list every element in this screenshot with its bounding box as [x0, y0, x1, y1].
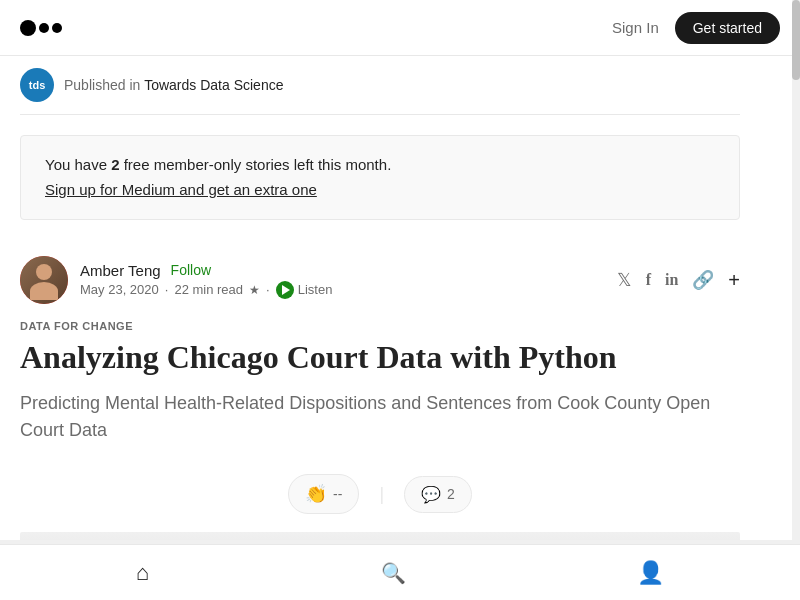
medium-logo[interactable] — [20, 20, 62, 36]
get-started-button[interactable]: Get started — [675, 12, 780, 44]
reactions-separator: | — [379, 484, 384, 505]
dot-separator-2: · — [266, 282, 270, 297]
nav-search[interactable]: 🔍 — [381, 561, 406, 585]
star-icon: ★ — [249, 283, 260, 297]
clap-icon: 👏 — [305, 483, 327, 505]
home-icon: ⌂ — [136, 560, 149, 586]
free-stories-banner: You have 2 free member-only stories left… — [20, 135, 740, 220]
play-circle — [276, 281, 294, 299]
author-avatar[interactable] — [20, 256, 68, 304]
author-avatar-image — [20, 256, 68, 304]
author-info-left: Amber Teng Follow May 23, 2020 · 22 min … — [20, 256, 332, 304]
play-triangle-icon — [282, 285, 290, 295]
listen-label: Listen — [298, 282, 333, 297]
share-icons-group: 𝕏 f in 🔗 + — [617, 269, 740, 292]
logo-area — [20, 20, 62, 36]
top-nav: Sign In Get started — [0, 0, 800, 56]
profile-icon: 👤 — [637, 560, 664, 586]
clap-count: -- — [333, 486, 342, 502]
comment-count: 2 — [447, 486, 455, 502]
bookmark-icon[interactable]: + — [728, 269, 740, 292]
author-meta: May 23, 2020 · 22 min read ★ · Listen — [80, 281, 332, 299]
author-name: Amber Teng — [80, 262, 161, 279]
banner-count: 2 — [111, 156, 119, 173]
dot-separator-1: · — [165, 282, 169, 297]
nav-home[interactable]: ⌂ — [136, 560, 149, 586]
listen-button[interactable]: Listen — [276, 281, 333, 299]
signin-link[interactable]: Sign In — [612, 19, 659, 36]
comment-icon: 💬 — [421, 485, 441, 504]
logo-dot-small-2 — [52, 23, 62, 33]
publication-bar: tds Published in Towards Data Science — [20, 56, 740, 115]
banner-text: You have 2 free member-only stories left… — [45, 156, 715, 173]
author-row: Amber Teng Follow May 23, 2020 · 22 min … — [20, 240, 740, 312]
signup-link[interactable]: Sign up for Medium and get an extra one — [45, 181, 317, 198]
publication-avatar: tds — [20, 68, 54, 102]
logo-dot-small — [39, 23, 49, 33]
search-icon: 🔍 — [381, 561, 406, 585]
publication-text: Published in Towards Data Science — [64, 77, 283, 93]
linkedin-share-icon[interactable]: in — [665, 271, 678, 289]
logo-dots — [20, 20, 62, 36]
twitter-share-icon[interactable]: 𝕏 — [617, 269, 632, 291]
publication-name-link[interactable]: Towards Data Science — [144, 77, 283, 93]
vertical-scrollbar[interactable] — [792, 0, 800, 600]
logo-dot-large — [20, 20, 36, 36]
nav-actions: Sign In Get started — [612, 12, 780, 44]
link-share-icon[interactable]: 🔗 — [692, 269, 714, 291]
author-name-row: Amber Teng Follow — [80, 262, 332, 279]
article-category: DATA FOR CHANGE — [20, 312, 740, 338]
read-time: 22 min read — [174, 282, 243, 297]
nav-profile[interactable]: 👤 — [637, 560, 664, 586]
bottom-nav: ⌂ 🔍 👤 — [0, 544, 800, 600]
author-details: Amber Teng Follow May 23, 2020 · 22 min … — [80, 262, 332, 299]
article-subtitle: Predicting Mental Health-Related Disposi… — [20, 390, 740, 444]
clap-group[interactable]: 👏 -- — [288, 474, 359, 514]
scrollbar-thumb[interactable] — [792, 0, 800, 80]
comment-group[interactable]: 💬 2 — [404, 476, 472, 513]
article-title: Analyzing Chicago Court Data with Python — [20, 338, 740, 376]
follow-button[interactable]: Follow — [171, 262, 211, 278]
publish-date: May 23, 2020 — [80, 282, 159, 297]
main-content: tds Published in Towards Data Science Yo… — [0, 56, 760, 562]
facebook-share-icon[interactable]: f — [646, 271, 651, 289]
reactions-bar: 👏 -- | 💬 2 — [20, 464, 740, 524]
